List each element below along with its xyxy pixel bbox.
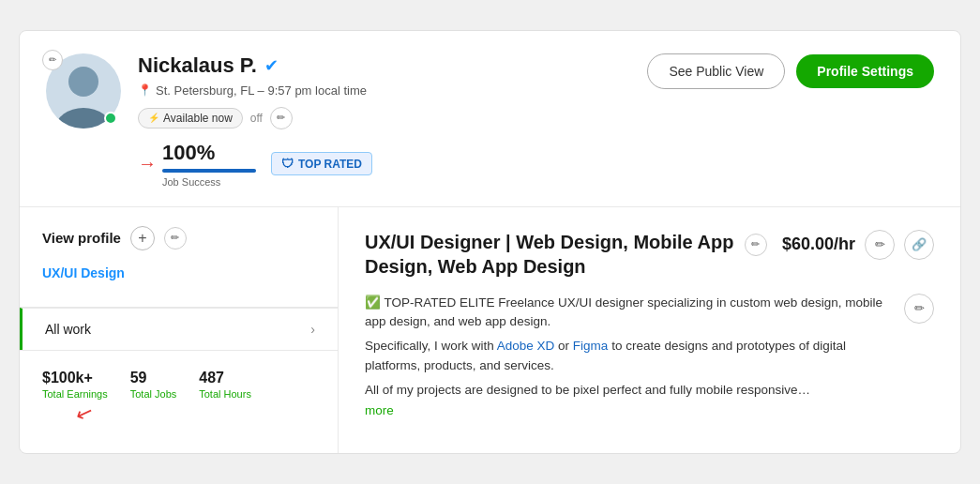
job-success-percentage: 100% [162, 141, 256, 165]
chevron-right-icon: › [310, 322, 315, 337]
sidebar-stats: $100k+ Total Earnings 59 Total Jobs 487 … [20, 350, 338, 418]
hourly-rate: $60.00/hr [782, 234, 855, 254]
profile-location: 📍 St. Petersburg, FL – 9:57 pm local tim… [138, 83, 630, 98]
flash-icon: ⚡ [148, 113, 159, 123]
profile-settings-button[interactable]: Profile Settings [796, 54, 934, 88]
shield-icon: 🛡 [281, 157, 294, 171]
online-status-dot [104, 112, 117, 125]
edit-job-title-button[interactable]: ✏ [745, 234, 767, 256]
availability-row: ⚡ Available now off ✏ [138, 107, 630, 129]
pencil-icon: ✏ [914, 301, 925, 315]
job-title-right: $60.00/hr ✏ 🔗 [782, 230, 934, 260]
verified-icon: ✔ [264, 55, 279, 76]
more-link[interactable]: more [365, 403, 895, 417]
svg-point-0 [68, 67, 98, 97]
edit-profile-button[interactable]: ✏ [164, 227, 187, 250]
job-success-block: → 100% Job Success [138, 141, 256, 188]
total-hours-value: 487 [199, 370, 251, 386]
pencil-icon: ✏ [875, 237, 885, 251]
total-jobs-label: Total Jobs [130, 388, 177, 400]
description-text: ✅ TOP-RATED ELITE Freelance UX/UI design… [365, 294, 895, 417]
desc-line-1: ✅ TOP-RATED ELITE Freelance UX/UI design… [365, 294, 895, 332]
edit-avatar-button[interactable]: ✏ [42, 50, 63, 70]
profile-name-row: Nickalaus P. ✔ [138, 53, 630, 78]
total-earnings-stat: $100k+ Total Earnings [42, 370, 108, 400]
description-block: ✅ TOP-RATED ELITE Freelance UX/UI design… [365, 294, 934, 417]
job-title: UX/UI Designer | Web Design, Mobile App … [365, 230, 737, 279]
plus-icon: + [138, 230, 146, 247]
add-profile-button[interactable]: + [130, 226, 155, 250]
total-hours-stat: 487 Total Hours [199, 370, 251, 400]
pencil-icon: ✏ [751, 238, 760, 250]
figma-link[interactable]: Figma [573, 339, 609, 353]
job-success-label: Job Success [162, 176, 256, 188]
available-now-badge[interactable]: ⚡ Available now [138, 108, 243, 129]
profile-name: Nickalaus P. [138, 53, 257, 78]
profile-type-label: UX/UI Design [42, 265, 315, 292]
desc-line-3: All of my projects are designed to be pi… [365, 381, 895, 400]
sidebar-top: View profile + ✏ UX/UI Design [20, 207, 338, 308]
header-actions: See Public View Profile Settings [647, 53, 934, 89]
pencil-icon: ✏ [277, 112, 285, 124]
sidebar: View profile + ✏ UX/UI Design All work › [20, 207, 339, 453]
job-success-bar [162, 169, 256, 173]
see-public-view-button[interactable]: See Public View [647, 53, 785, 89]
edit-rate-button[interactable]: ✏ [865, 230, 895, 260]
copy-link-button[interactable]: 🔗 [904, 230, 934, 260]
desc-edit: ✏ [904, 294, 934, 324]
job-title-left: UX/UI Designer | Web Design, Mobile App … [365, 230, 767, 279]
sidebar-nav-label-all-work: All work [45, 322, 91, 337]
availability-toggle-label: off [250, 112, 263, 125]
svg-point-1 [55, 108, 112, 129]
red-arrow-stats-icon: ↙ [72, 400, 97, 429]
pencil-icon: ✏ [171, 232, 179, 244]
link-icon: 🔗 [912, 237, 927, 251]
main-content: UX/UI Designer | Web Design, Mobile App … [339, 207, 960, 453]
view-profile-row: View profile + ✏ [42, 226, 315, 250]
edit-availability-button[interactable]: ✏ [270, 107, 293, 129]
pencil-icon: ✏ [49, 54, 56, 65]
profile-info: Nickalaus P. ✔ 📍 St. Petersburg, FL – 9:… [138, 53, 630, 188]
top-section: ✏ Nickalaus P. ✔ 📍 St. Petersburg, FL – … [20, 31, 960, 207]
stats-row: → 100% Job Success 🛡 TOP RATED [138, 141, 630, 188]
location-pin-icon: 📍 [138, 83, 152, 97]
page-wrapper: ✏ Nickalaus P. ✔ 📍 St. Petersburg, FL – … [19, 30, 961, 454]
avatar-container: ✏ [46, 53, 121, 129]
job-success-info: 100% Job Success [162, 141, 256, 188]
adobe-xd-link[interactable]: Adobe XD [497, 339, 555, 353]
red-arrow-icon: → [138, 153, 157, 174]
top-rated-badge: 🛡 TOP RATED [271, 152, 372, 175]
total-earnings-label: Total Earnings [42, 388, 108, 400]
desc-line-2: Specifically, I work with Adobe XD or Fi… [365, 337, 895, 375]
edit-description-button[interactable]: ✏ [904, 294, 934, 324]
job-title-row: UX/UI Designer | Web Design, Mobile App … [365, 230, 934, 279]
total-hours-label: Total Hours [199, 388, 251, 400]
total-earnings-value: $100k+ [42, 370, 108, 386]
total-jobs-value: 59 [130, 370, 177, 386]
bottom-section: View profile + ✏ UX/UI Design All work › [20, 207, 960, 453]
job-success-bar-fill [162, 169, 256, 173]
view-profile-label: View profile [42, 230, 121, 246]
total-jobs-stat: 59 Total Jobs [130, 370, 177, 400]
sidebar-nav-item-all-work[interactable]: All work › [20, 308, 338, 350]
